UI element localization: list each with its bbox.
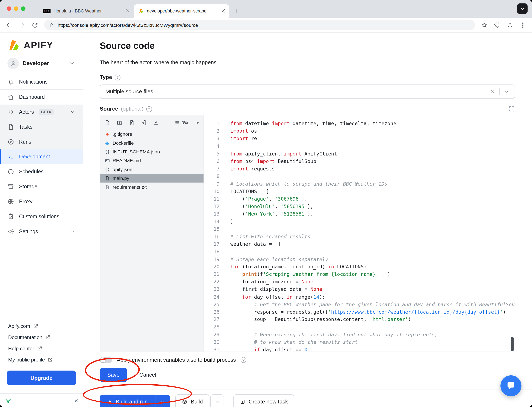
type-select-value: Multiple source files — [106, 89, 490, 94]
file-item-readme[interactable]: README.md — [100, 156, 204, 165]
code-line: 11 ('Prague', '3067696'), — [204, 195, 515, 203]
sidebar-item-dashboard[interactable]: Dashboard — [0, 90, 83, 105]
file-item-input-schema[interactable]: INPUT_SCHEMA.json — [100, 147, 204, 156]
help-icon[interactable] — [241, 357, 247, 363]
account-switcher[interactable]: Developer — [0, 54, 83, 74]
code-text: ('New York', '5128581'), — [219, 210, 313, 218]
file-name: requirements.txt — [113, 184, 147, 190]
link-documentation[interactable]: Documentation — [0, 332, 83, 343]
bbc-favicon: BBC — [43, 9, 51, 13]
new-tab-button[interactable] — [232, 6, 242, 16]
collapse-left-icon[interactable] — [194, 120, 200, 125]
import-file-icon[interactable] — [141, 120, 147, 125]
sidebar-item-runs[interactable]: Runs — [0, 134, 83, 149]
code-text: import requests — [219, 165, 275, 172]
sidebar-item-schedules[interactable]: Schedules — [0, 164, 83, 179]
upgrade-button[interactable]: Upgrade — [7, 371, 76, 385]
cancel-button[interactable]: Cancel — [139, 372, 156, 378]
main-content: Source code The heart of the actor, wher… — [83, 33, 532, 407]
padlock-icon — [49, 22, 54, 28]
chat-widget-button[interactable] — [501, 376, 521, 396]
create-new-task-button[interactable]: Create new task — [233, 394, 294, 407]
fullscreen-icon[interactable] — [508, 106, 515, 112]
download-icon[interactable] — [153, 120, 159, 125]
build-and-run-dropdown[interactable] — [155, 395, 170, 407]
code-line: 30 # to know when do the results start — [204, 338, 515, 346]
sidebar-item-development[interactable]: Development — [0, 149, 83, 164]
file-item-gitignore[interactable]: .gitignore — [100, 130, 204, 138]
browser-menu-button[interactable] — [517, 3, 528, 14]
file-item-apify-json[interactable]: apify.json — [100, 165, 204, 173]
document-icon — [8, 124, 14, 130]
build-dropdown[interactable] — [210, 394, 224, 407]
close-window-button[interactable] — [7, 7, 11, 11]
help-icon[interactable] — [115, 74, 121, 80]
sidebar-item-label: Development — [19, 154, 50, 160]
env-toggle[interactable] — [100, 357, 112, 363]
help-icon[interactable] — [146, 106, 152, 112]
line-number: 11 — [204, 195, 219, 203]
build-bar: Build and run Build Create ne — [100, 390, 515, 407]
minimize-window-button[interactable] — [14, 7, 18, 11]
file-item-requirements[interactable]: requirements.txt — [100, 182, 204, 191]
profile-button[interactable] — [504, 19, 516, 31]
tab-apify-console[interactable]: developer/bbc-weather-scrape — [134, 4, 229, 18]
reload-button[interactable] — [29, 19, 41, 31]
forward-button[interactable] — [16, 19, 28, 31]
link-my-public-profile[interactable]: My public profile — [0, 354, 83, 365]
upload-file-icon[interactable] — [129, 120, 135, 125]
back-button[interactable] — [3, 19, 15, 31]
extensions-button[interactable] — [491, 19, 503, 31]
clear-icon[interactable] — [490, 89, 495, 94]
zoom-indicator[interactable]: 0% — [175, 120, 188, 125]
new-file-icon[interactable] — [105, 120, 110, 125]
avatar — [8, 58, 19, 70]
sidebar-footer: « — [0, 393, 83, 407]
sidebar-item-proxy[interactable]: Proxy — [0, 194, 83, 209]
code-line: 3import re — [204, 135, 515, 142]
editor-scrollbar-thumb[interactable] — [511, 337, 514, 351]
address-bar[interactable]: https://console.apify.com/actors/dev/k5t… — [44, 20, 475, 30]
code-line: 18 — [204, 248, 515, 256]
tab-bbc-weather[interactable]: BBC Honolulu - BBC Weather — [38, 4, 134, 18]
line-number: 28 — [204, 323, 219, 331]
sidebar-item-label: Proxy — [19, 198, 32, 204]
sidebar-item-tasks[interactable]: Tasks — [0, 119, 83, 134]
code-editor[interactable]: 1from datetime import datetime, time, ti… — [204, 115, 515, 352]
brand-name: APIFY — [24, 40, 53, 50]
code-text: first_displayed_date = None — [219, 286, 322, 293]
maximize-window-button[interactable] — [21, 7, 25, 11]
sidebar-item-custom-solutions[interactable]: Custom solutions — [0, 209, 83, 224]
sidebar-item-label: Schedules — [19, 169, 43, 175]
line-number: 2 — [204, 127, 219, 135]
bookmark-button[interactable] — [478, 19, 490, 31]
collapse-sidebar-button[interactable]: « — [74, 397, 78, 404]
logo-row[interactable]: APIFY — [0, 33, 83, 54]
save-button[interactable]: Save — [100, 368, 127, 382]
file-item-dockerfile[interactable]: Dockerfile — [100, 138, 204, 147]
json-icon — [105, 167, 110, 172]
build-button[interactable]: Build — [176, 394, 209, 407]
sidebar-item-storage[interactable]: Storage — [0, 179, 83, 194]
build-and-run-button[interactable]: Build and run — [100, 395, 155, 407]
link-apify-com[interactable]: Apify.com — [0, 320, 83, 332]
code-line: 9# Locations which to scrape and their B… — [204, 180, 515, 188]
code-text: from datetime import datetime, time, tim… — [219, 120, 396, 127]
sidebar-item-actors[interactable]: Actors BETA — [0, 105, 83, 119]
code-text: # Get the BBC Weather page for the given… — [219, 301, 515, 308]
new-folder-icon[interactable] — [117, 120, 123, 125]
code-text: ('Honolulu', '5856195'), — [219, 203, 313, 210]
close-tab-icon[interactable] — [221, 8, 226, 14]
sidebar-item-notifications[interactable]: Notifications — [0, 74, 83, 89]
type-select[interactable]: Multiple source files — [100, 85, 515, 99]
close-tab-icon[interactable] — [125, 8, 130, 14]
code-text: from bs4 import BeautifulSoup — [219, 157, 316, 165]
line-number: 4 — [204, 142, 219, 150]
line-number: 13 — [204, 210, 219, 218]
chevron-down-icon[interactable] — [504, 89, 509, 94]
sidebar-item-settings[interactable]: Settings — [0, 224, 83, 239]
file-item-main-py[interactable]: main.py — [100, 174, 204, 182]
menu-button[interactable] — [517, 19, 529, 31]
link-help-center[interactable]: Help center — [0, 343, 83, 354]
line-number: 23 — [204, 286, 219, 293]
